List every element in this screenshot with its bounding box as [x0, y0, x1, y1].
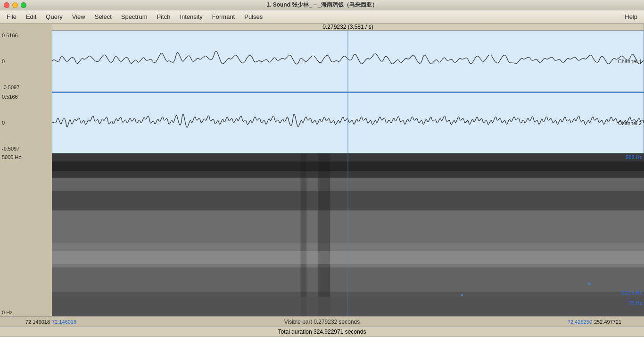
- timebar-container: 0.279232 (3.581 / s): [0, 24, 644, 31]
- channel1-label: Channel 1: [618, 59, 642, 64]
- menu-formant[interactable]: Formant: [207, 12, 239, 22]
- menu-intensity[interactable]: Intensity: [175, 12, 207, 22]
- end-time-label: 72.425250: [568, 319, 592, 325]
- channel2-bottom-value: -0.5097: [2, 146, 50, 152]
- spectrogram-top-label: 5000 Hz: [2, 154, 50, 160]
- menubar: File Edit Query View Select Spectrum Pit…: [0, 10, 644, 24]
- menu-edit[interactable]: Edit: [21, 12, 41, 22]
- visible-part-label: Visible part 0.279232 seconds: [284, 319, 360, 325]
- menu-pitch[interactable]: Pitch: [152, 12, 175, 22]
- time-labels-row: 72.146018 72.146018 Visible part 0.27923…: [0, 316, 644, 327]
- svg-point-17: [461, 294, 463, 296]
- channel1-bottom-value: -0.5097: [2, 84, 50, 90]
- channel2-container: 0.5166 0 -0.5097 Channel 2: [0, 92, 644, 153]
- spectrogram-bottom-label: 0 Hz: [2, 310, 50, 315]
- menu-pulses[interactable]: Pulses: [239, 12, 267, 22]
- time-display: 0.279232 (3.581 / s): [52, 24, 644, 31]
- maximize-button[interactable]: [21, 2, 26, 8]
- menu-file[interactable]: File: [2, 12, 21, 22]
- hz-500: 500 Hz: [626, 154, 642, 160]
- spectrogram-display[interactable]: 500 Hz 121.5 Hz 75 Hz: [52, 153, 644, 316]
- svg-point-18: [588, 283, 591, 285]
- channel2-label: Channel 2: [618, 120, 642, 126]
- spectrogram-labels: 5000 Hz 0 Hz: [0, 153, 52, 316]
- spectrogram-section: 5000 Hz 0 Hz: [0, 153, 644, 316]
- minimize-button[interactable]: [12, 2, 18, 8]
- start-time-label: 72.146018: [52, 319, 76, 325]
- channel2-waveform-svg: [52, 93, 644, 153]
- channel2-labels: 0.5166 0 -0.5097: [0, 92, 52, 153]
- channel1-container: 0.5166 0 -0.5097 Channel 1: [0, 31, 644, 92]
- channel1-zero: 0: [2, 59, 50, 64]
- close-button[interactable]: [4, 2, 9, 8]
- total-duration-label: Total duration 324.922971 seconds: [278, 329, 366, 335]
- hz-75: 75 Hz: [628, 300, 642, 306]
- time-labels-center: 72.146018 Visible part 0.279232 seconds …: [52, 319, 592, 325]
- hz-121: 121.5 Hz: [621, 290, 642, 295]
- menu-select[interactable]: Select: [90, 12, 116, 22]
- total-duration-bar: Total duration 324.922971 seconds: [0, 327, 644, 337]
- channel2-top-value: 0.5166: [2, 94, 50, 100]
- channel1-waveform-svg: [52, 31, 644, 92]
- channel1-waveform[interactable]: Channel 1: [52, 31, 644, 92]
- channel2-zero: 0: [2, 120, 50, 126]
- main-content: 0.279232 (3.581 / s) 0.5166 0 -0.5097 Ch…: [0, 24, 644, 337]
- titlebar: 1. Sound 张少林_－_海南鸡饭（马来西亚）: [0, 0, 644, 10]
- channel2-waveform[interactable]: Channel 2: [52, 92, 644, 153]
- timebar-spacer: [0, 24, 52, 31]
- channel1-top-value: 0.5166: [2, 33, 50, 38]
- menu-query[interactable]: Query: [41, 12, 67, 22]
- left-time-corner: 72.146018: [0, 319, 52, 325]
- traffic-lights: [4, 2, 26, 8]
- spectrogram-svg: [52, 153, 644, 316]
- time-value: 0.279232 (3.581 / s): [322, 24, 373, 30]
- menu-spectrum[interactable]: Spectrum: [116, 12, 152, 22]
- menu-help[interactable]: Help: [620, 12, 642, 22]
- channel1-labels: 0.5166 0 -0.5097: [0, 31, 52, 92]
- right-time-corner: 252.497721: [592, 319, 644, 325]
- window-title: 1. Sound 张少林_－_海南鸡饭（马来西亚）: [266, 1, 377, 9]
- menu-view[interactable]: View: [67, 12, 90, 22]
